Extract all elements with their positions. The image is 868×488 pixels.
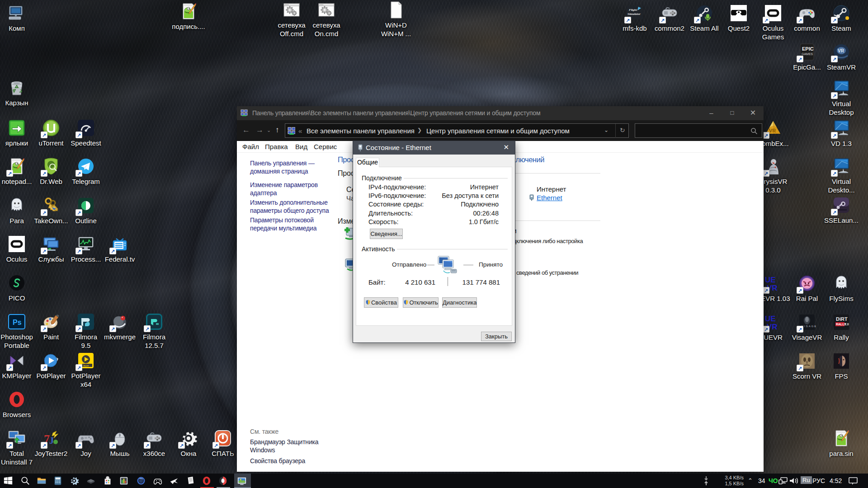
svg-text:J: J	[49, 436, 54, 446]
svg-text:UE: UE	[765, 276, 776, 284]
svg-text:Flight: Flight	[629, 8, 637, 12]
svg-text:VR: VR	[769, 128, 776, 133]
svg-text:EPIC: EPIC	[802, 46, 814, 52]
svg-text:GAMES: GAMES	[802, 52, 813, 56]
svg-text:2.0: 2.0	[844, 323, 849, 326]
svg-text:Ps: Ps	[13, 319, 22, 326]
svg-text:Simulator: Simulator	[627, 12, 641, 16]
svg-text:VR: VR	[838, 48, 844, 53]
svg-text:layer: layer	[83, 364, 89, 367]
svg-text:UE: UE	[765, 314, 776, 323]
svg-text:VISAGE: VISAGE	[802, 325, 816, 328]
svg-text:DiRT: DiRT	[836, 316, 848, 322]
